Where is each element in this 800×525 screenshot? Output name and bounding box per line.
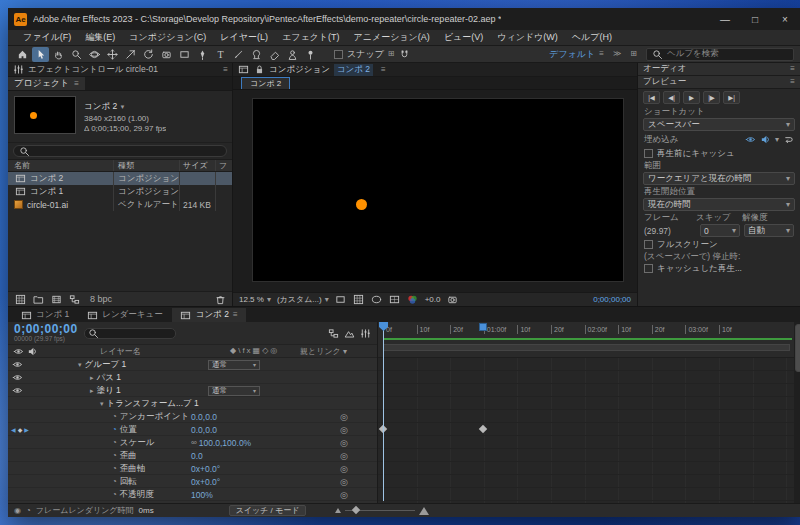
panel-menu-icon[interactable]: ≡ [381, 66, 386, 74]
orange-circle-shape[interactable] [356, 199, 367, 210]
menu-item[interactable]: コンポジション(C) [122, 31, 213, 44]
viewer-tab-comp2[interactable]: コンポ 2 [241, 77, 290, 89]
cached-playback-checkbox[interactable] [644, 264, 653, 273]
preview-panel-header[interactable]: プレビュー ≡ [638, 76, 800, 89]
timeline-track-area[interactable]: 0f10f20f01:00f10f20f02:00f10f20f03:00f10… [378, 322, 794, 503]
audio-column-header-icon[interactable] [27, 346, 38, 357]
track-row[interactable] [378, 397, 794, 410]
panel-menu-icon[interactable]: ≡ [790, 78, 795, 86]
new-composition-icon[interactable] [50, 293, 62, 305]
tool-pen[interactable] [194, 47, 211, 62]
loop-icon[interactable] [782, 134, 794, 146]
zoom-out-icon[interactable] [335, 508, 341, 513]
zoom-select[interactable]: 12.5 %▾ [239, 295, 271, 304]
timeline-vertical-scrollbar[interactable] [794, 322, 800, 503]
track-row[interactable] [378, 462, 794, 475]
graph-editor-icon[interactable] [359, 327, 371, 339]
timeline-row[interactable]: ▸パス 1 [8, 371, 377, 384]
timeline-row[interactable]: ▾グループ 1通常▾ [8, 358, 377, 371]
parent-pick-whip-icon[interactable]: ◎ [340, 449, 348, 462]
blend-mode-select[interactable]: 通常▾ [208, 360, 260, 370]
property-value[interactable]: 0x+0.0° [191, 475, 220, 488]
parent-link-column-header[interactable]: 親とリンク ▾ [300, 346, 347, 357]
tool-pan-camera[interactable] [104, 47, 121, 62]
track-row[interactable] [378, 475, 794, 488]
column-name[interactable]: 名前 [8, 160, 114, 171]
region-of-interest-icon[interactable] [335, 294, 347, 306]
play-from-select[interactable]: 現在の時間▾ [643, 198, 795, 211]
track-row[interactable] [378, 449, 794, 462]
menu-item[interactable]: 編集(E) [78, 31, 122, 44]
caret-icon[interactable]: ▾ [775, 136, 779, 144]
titlebar[interactable]: Ae Adobe After Effects 2023 - C:\Storage… [8, 8, 800, 30]
blend-mode-select[interactable]: 通常▾ [208, 386, 260, 396]
track-row[interactable] [378, 384, 794, 397]
help-search-field[interactable]: ヘルプを検索 [646, 48, 794, 61]
twirl-icon[interactable]: ▸ [90, 374, 94, 382]
column-type[interactable]: 種類 [114, 160, 180, 171]
composition-panel-comp-name[interactable]: コンポ 2 [334, 64, 373, 76]
parent-pick-whip-icon[interactable]: ◎ [340, 462, 348, 475]
next-frame-button[interactable]: |▶ [703, 91, 720, 104]
viewer-timecode[interactable]: 0;00;00;00 [593, 295, 631, 304]
twirl-icon[interactable]: ▸ [90, 387, 94, 395]
menu-item[interactable]: ヘルプ(H) [565, 31, 619, 44]
framerate-value[interactable]: (29.97) [644, 226, 696, 236]
timeline-tab-レンダーキュー[interactable]: レンダーキュー [78, 308, 171, 322]
timeline-row[interactable]: ◔歪曲軸0x+0.0°◎ [8, 462, 377, 475]
timeline-search-field[interactable] [84, 328, 176, 339]
scrollbar-thumb[interactable] [795, 324, 800, 372]
timeline-zoom-slider[interactable] [335, 507, 429, 515]
tool-home[interactable] [14, 47, 31, 62]
zoom-slider-knob[interactable] [352, 506, 360, 514]
panel-menu-icon[interactable]: ≡ [790, 65, 795, 73]
twirl-icon[interactable]: ▾ [100, 400, 104, 408]
timeline-row[interactable]: ◔回転0x+0.0°◎ [8, 475, 377, 488]
menu-item[interactable]: ビュー(V) [437, 31, 490, 44]
mask-visibility-icon[interactable] [371, 294, 383, 306]
tool-orbit[interactable] [86, 47, 103, 62]
first-frame-button[interactable]: |◀ [643, 91, 660, 104]
snap-grid-icon[interactable]: ⊞ [388, 50, 395, 58]
previous-frame-button[interactable]: ◀| [663, 91, 680, 104]
resolution-select[interactable]: (カスタム...)▾ [277, 294, 329, 305]
timeline-row[interactable]: ◔不透明度100%◎ [8, 488, 377, 501]
timeline-tab-コンポ 2[interactable]: コンポ 2≡ [172, 308, 246, 322]
tool-dolly[interactable] [122, 47, 139, 62]
tool-puppet-pin[interactable] [302, 47, 319, 62]
property-value[interactable]: ∞100.0,100.0% [191, 436, 251, 449]
stopwatch-icon[interactable]: ◔ [112, 490, 117, 499]
playhead-line[interactable] [383, 330, 384, 501]
track-row[interactable] [378, 423, 794, 436]
menu-item[interactable]: ファイル(F) [16, 31, 78, 44]
draft-3d-icon[interactable] [343, 327, 355, 339]
composition-marker-icon[interactable]: ◉ [14, 507, 21, 515]
composition-frame[interactable] [252, 98, 624, 282]
zoom-in-icon[interactable] [419, 507, 429, 515]
switches-column-header[interactable]: ◆\fx▦◇◎ [230, 346, 279, 355]
stopwatch-icon[interactable]: ◔ [112, 425, 117, 434]
tool-brush[interactable] [230, 47, 247, 62]
exposure-value[interactable]: +0.0 [425, 295, 441, 304]
workspace-overflow-icon[interactable]: ≫ [613, 50, 621, 58]
parent-pick-whip-icon[interactable]: ◎ [340, 488, 348, 501]
viewer-lock-icon[interactable] [253, 64, 265, 76]
panel-menu-icon[interactable]: ≡ [74, 80, 79, 88]
track-row[interactable] [378, 410, 794, 423]
timeline-row[interactable]: ◔スケール∞100.0,100.0%◎ [8, 436, 377, 449]
switches-modes-toggle[interactable]: スイッチ / モード [229, 505, 307, 516]
eye-icon[interactable] [11, 372, 23, 384]
project-item-row[interactable]: コンポ 1コンポジション [8, 185, 232, 198]
tool-magnifier[interactable] [68, 47, 85, 62]
keyframe-diamond[interactable] [479, 425, 487, 433]
track-row[interactable] [378, 436, 794, 449]
shortcut-select[interactable]: スペースバー▾ [643, 118, 795, 131]
project-flowchart-icon[interactable] [68, 293, 80, 305]
tool-hand[interactable] [50, 47, 67, 62]
menu-item[interactable]: レイヤー(L) [213, 31, 275, 44]
stopwatch-icon[interactable]: ◔ [112, 451, 117, 460]
channels-icon[interactable] [407, 294, 419, 306]
menu-item[interactable]: ウィンドウ(W) [490, 31, 565, 44]
menu-item[interactable]: アニメーション(A) [347, 31, 437, 44]
track-row[interactable] [378, 358, 794, 371]
